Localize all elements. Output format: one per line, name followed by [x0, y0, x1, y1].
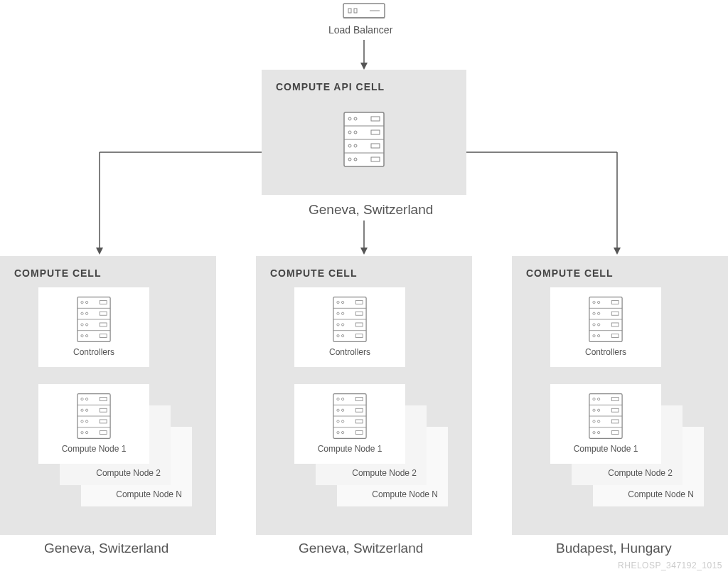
- controllers-label: Controllers: [38, 347, 149, 357]
- compute-cell-2: COMPUTE CELL Controllers Compute Node N …: [256, 256, 472, 535]
- controllers-label: Controllers: [550, 347, 661, 357]
- cell-1-location: Geneva, Switzerland: [44, 541, 168, 556]
- cell-title: COMPUTE CELL: [512, 256, 728, 279]
- svg-marker-24: [614, 248, 621, 255]
- svg-marker-23: [96, 248, 103, 255]
- cell-2-location: Geneva, Switzerland: [299, 541, 423, 556]
- compute-cell-3: COMPUTE CELL Controllers Compute Node N …: [512, 256, 728, 535]
- cell-title: COMPUTE CELL: [256, 256, 472, 279]
- compute-node-1: Compute Node 1: [550, 384, 661, 464]
- footer-id: RHELOSP_347192_1015: [618, 561, 722, 570]
- controllers-box: Controllers: [294, 287, 405, 367]
- svg-marker-25: [360, 248, 368, 255]
- compute-node-1: Compute Node 1: [294, 384, 405, 464]
- compute-node-1: Compute Node 1: [38, 384, 149, 464]
- api-to-cells-connector: [0, 0, 728, 256]
- cell-3-location: Budapest, Hungary: [556, 541, 672, 556]
- controllers-box: Controllers: [550, 287, 661, 367]
- cell-title: COMPUTE CELL: [0, 256, 216, 279]
- controllers-box: Controllers: [38, 287, 149, 367]
- compute-cell-1: COMPUTE CELL Controllers Compute Node N …: [0, 256, 216, 535]
- controllers-label: Controllers: [294, 347, 405, 357]
